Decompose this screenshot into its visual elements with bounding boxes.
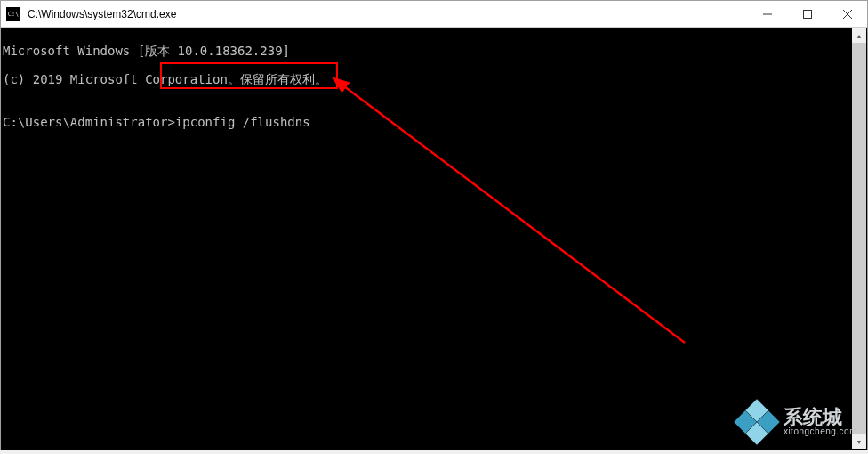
terminal-prompt-line: C:\Users\Administrator>ipconfig /flushdn…	[3, 115, 865, 129]
terminal-prompt: C:\Users\Administrator>	[3, 115, 175, 129]
minimize-button[interactable]	[747, 1, 787, 27]
terminal-command: ipconfig /flushdns	[175, 115, 310, 129]
titlebar[interactable]: C:\ C:\Windows\system32\cmd.exe	[1, 1, 867, 28]
vertical-scrollbar[interactable]: ▲ ▼	[852, 28, 866, 449]
cmd-window: C:\ C:\Windows\system32\cmd.exe Microsof…	[0, 0, 868, 450]
scroll-up-button[interactable]: ▲	[852, 28, 866, 43]
close-button[interactable]	[827, 1, 867, 27]
window-title: C:\Windows\system32\cmd.exe	[26, 8, 747, 20]
terminal-line-copyright: (c) 2019 Microsoft Corporation。保留所有权利。	[3, 72, 865, 86]
window-controls	[747, 1, 867, 27]
terminal-line-version: Microsoft Windows [版本 10.0.18362.239]	[3, 44, 865, 58]
cmd-icon: C:\	[6, 7, 20, 21]
scrollbar-thumb[interactable]	[852, 43, 866, 434]
maximize-button[interactable]	[787, 1, 827, 27]
terminal-area[interactable]: Microsoft Windows [版本 10.0.18362.239] (c…	[1, 28, 867, 450]
svg-rect-1	[803, 10, 811, 18]
scroll-down-button[interactable]: ▼	[852, 434, 866, 449]
